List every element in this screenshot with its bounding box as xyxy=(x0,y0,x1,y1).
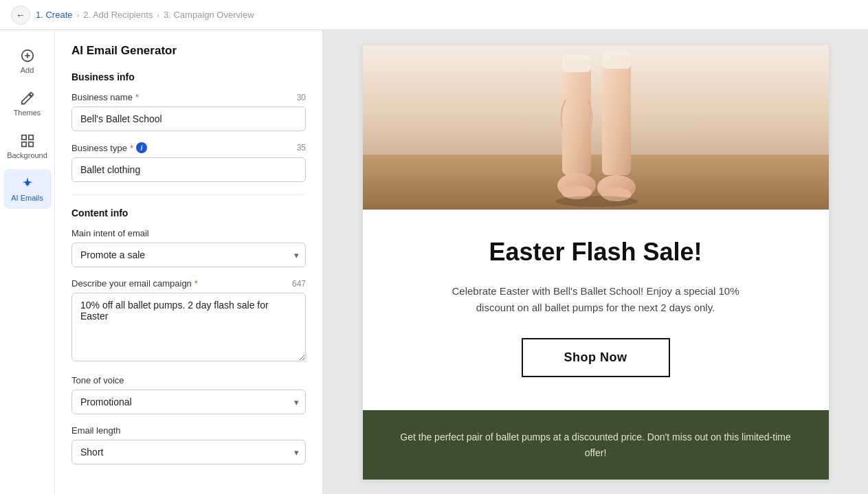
business-type-char-count: 35 xyxy=(297,143,306,153)
email-body: Easter Flash Sale! Celebrate Easter with… xyxy=(363,210,829,410)
sidebar-item-add[interactable]: Add xyxy=(3,41,52,81)
email-length-select[interactable]: Short Medium Long xyxy=(71,440,306,464)
main-intent-label: Main intent of email xyxy=(71,228,149,238)
grid-icon xyxy=(20,133,35,148)
star-icon xyxy=(20,176,35,191)
business-type-group: Business type * i 35 xyxy=(71,142,306,182)
main-intent-label-row: Main intent of email xyxy=(71,228,306,238)
info-icon[interactable]: i xyxy=(136,142,147,153)
svg-rect-10 xyxy=(363,45,829,155)
brush-icon xyxy=(20,91,35,106)
campaign-desc-label: Describe your email campaign xyxy=(71,278,192,289)
nav-step-1[interactable]: 1. Create xyxy=(36,10,72,20)
panel-title: AI Email Generator xyxy=(71,44,306,58)
svg-rect-5 xyxy=(21,142,25,146)
tone-select-wrapper: Promotional Casual Formal Friendly ▾ xyxy=(71,390,306,414)
sidebar-item-themes[interactable]: Themes xyxy=(3,84,52,124)
svg-rect-17 xyxy=(562,55,591,72)
back-icon: ← xyxy=(16,10,25,21)
nav-chevron-1: › xyxy=(76,11,79,19)
business-name-group: Business name * 30 xyxy=(71,92,306,131)
sidebar-item-background[interactable]: Background xyxy=(3,126,52,166)
svg-rect-3 xyxy=(21,135,25,139)
main-intent-select[interactable]: Promote a sale Welcome email Newsletter … xyxy=(71,243,306,267)
business-name-label: Business name xyxy=(71,92,133,102)
plus-icon xyxy=(20,48,35,63)
campaign-desc-group: Describe your email campaign * 647 10% o… xyxy=(71,278,306,364)
svg-rect-11 xyxy=(562,58,591,175)
tone-label-row: Tone of voice xyxy=(71,375,306,385)
email-footer-text: Get the perfect pair of ballet pumps at … xyxy=(390,429,801,460)
svg-rect-6 xyxy=(28,142,32,146)
tone-group: Tone of voice Promotional Casual Formal … xyxy=(71,375,306,414)
campaign-desc-textarea[interactable]: 10% off all ballet pumps. 2 day flash sa… xyxy=(71,293,306,361)
campaign-desc-char-count: 647 xyxy=(292,279,306,289)
campaign-desc-required: * xyxy=(194,278,198,289)
email-hero-image xyxy=(363,45,829,210)
content-info-section-title: Content info xyxy=(71,207,306,218)
svg-rect-4 xyxy=(28,135,32,139)
section-divider xyxy=(71,194,306,195)
sidebar-ai-emails-label: AI Emails xyxy=(11,194,43,202)
nav-step-2[interactable]: 2. Add Recipients xyxy=(83,10,153,20)
sidebar-item-ai-emails[interactable]: AI Emails xyxy=(3,169,52,209)
business-info-section-title: Business info xyxy=(71,71,306,82)
sidebar-background-label: Background xyxy=(7,151,47,159)
shop-now-button[interactable]: Shop Now xyxy=(522,338,670,377)
business-type-required: * xyxy=(130,143,133,153)
email-title: Easter Flash Sale! xyxy=(404,237,788,267)
sidebar-themes-label: Themes xyxy=(14,109,41,117)
business-name-label-row: Business name * 30 xyxy=(71,92,306,102)
sidebar-add-label: Add xyxy=(21,66,34,74)
business-name-char-count: 30 xyxy=(297,93,306,102)
main-intent-group: Main intent of email Promote a sale Welc… xyxy=(71,228,306,267)
email-body-text: Celebrate Easter with Bell's Ballet Scho… xyxy=(438,283,754,316)
sidebar: Add Themes Background AI Emails xyxy=(0,30,55,494)
email-length-select-wrapper: Short Medium Long ▾ xyxy=(71,440,306,464)
campaign-desc-label-row: Describe your email campaign * 647 xyxy=(71,278,306,289)
back-button[interactable]: ← xyxy=(11,5,30,25)
business-name-input[interactable] xyxy=(71,106,306,131)
svg-rect-14 xyxy=(602,55,631,175)
email-length-label: Email length xyxy=(71,425,121,436)
email-length-group: Email length Short Medium Long ▾ xyxy=(71,425,306,464)
preview-panel: Easter Flash Sale! Celebrate Easter with… xyxy=(323,30,868,494)
email-footer: Get the perfect pair of ballet pumps at … xyxy=(363,410,829,480)
svg-rect-18 xyxy=(602,52,631,69)
tone-label: Tone of voice xyxy=(71,375,124,385)
main-intent-select-wrapper: Promote a sale Welcome email Newsletter … xyxy=(71,243,306,267)
email-preview: Easter Flash Sale! Celebrate Easter with… xyxy=(362,44,830,480)
business-name-required: * xyxy=(135,92,139,102)
svg-point-19 xyxy=(555,196,638,207)
tone-select[interactable]: Promotional Casual Formal Friendly xyxy=(71,390,306,414)
ballet-svg xyxy=(363,45,829,210)
left-panel: AI Email Generator Business info Busines… xyxy=(55,30,323,494)
business-type-input[interactable] xyxy=(71,157,306,182)
email-length-label-row: Email length xyxy=(71,425,306,436)
top-navigation: ← 1. Create › 2. Add Recipients › 3. Cam… xyxy=(0,0,868,30)
business-type-label: Business type xyxy=(71,143,127,153)
business-type-label-row: Business type * i 35 xyxy=(71,142,306,153)
breadcrumb: 1. Create › 2. Add Recipients › 3. Campa… xyxy=(36,10,254,20)
nav-chevron-2: › xyxy=(157,11,159,19)
nav-step-3[interactable]: 3. Campaign Overview xyxy=(164,10,254,20)
